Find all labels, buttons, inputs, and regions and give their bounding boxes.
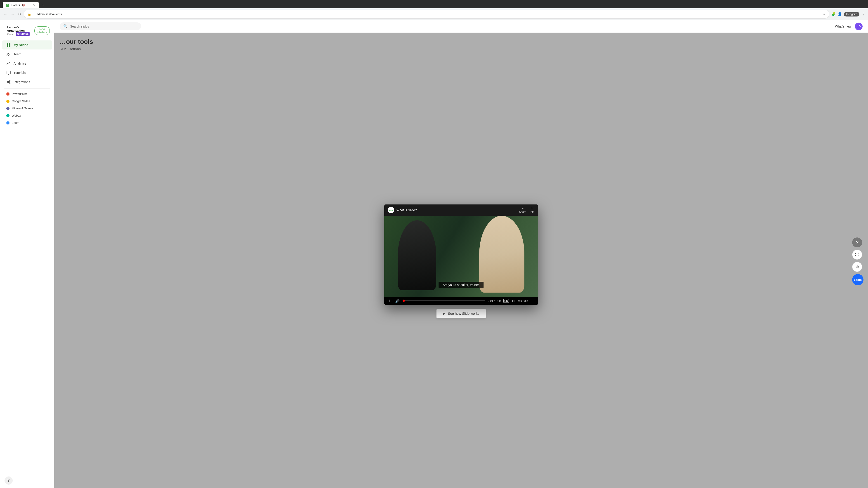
browser-chrome: S Events 🔇 ✕ + (0, 0, 868, 8)
floating-buttons: ✕ ⛶ ⊕ zoom (852, 237, 864, 285)
svg-rect-3 (9, 43, 10, 45)
sidebar-logo-area: s Lauren's organization Owner UPGRADE Ne… (0, 24, 54, 40)
my-slidos-icon (6, 43, 11, 47)
org-role-label: Owner (7, 33, 14, 35)
main-content: …our tools Run…rations. slido What is Sl… (54, 33, 868, 488)
reload-button[interactable]: ↺ (17, 11, 22, 17)
help-button[interactable]: ? (4, 477, 13, 485)
svg-point-11 (7, 82, 8, 83)
tab-favicon: S (6, 4, 9, 7)
close-video-button[interactable]: ✕ (852, 237, 862, 248)
svg-rect-8 (7, 71, 10, 74)
main-area: 🔍 What's new LD …our tools Run…rations. (54, 20, 868, 488)
address-bar: ← → ↺ 🔒 ☆ 🧩 👤 Incognito ⋮ (0, 8, 868, 20)
integration-item-google-slides[interactable]: Google Slides (2, 98, 52, 105)
integration-label: PowerPoint (12, 92, 27, 96)
see-how-button[interactable]: ▶ See how Slido works (436, 308, 486, 319)
org-info: Lauren's organization Owner UPGRADE (7, 26, 30, 36)
integration-label: Webex (12, 114, 21, 117)
video-title-area: slido What is Slido? (388, 207, 416, 213)
forward-button[interactable]: → (10, 11, 16, 17)
sidebar-item-my-slidos[interactable]: My Slidos (2, 40, 52, 50)
video-overlay: slido What is Slido? ↗ Share ℹ Info (54, 33, 868, 488)
header-actions: What's new LD (835, 23, 863, 30)
whats-new-button[interactable]: What's new (835, 25, 851, 28)
new-tab-button[interactable]: + (40, 2, 46, 8)
tab-mute-icon[interactable]: 🔇 (22, 4, 25, 6)
expand-button[interactable]: ⛶ (852, 250, 862, 260)
svg-rect-2 (7, 43, 8, 45)
settings-button[interactable]: ⚙ (511, 298, 515, 304)
extensions-icon[interactable]: 🧩 (831, 12, 836, 16)
tab-label: Events (11, 3, 20, 7)
integration-label: Google Slides (12, 99, 30, 103)
info-button[interactable]: ℹ Info (530, 207, 534, 214)
video-header: slido What is Slido? ↗ Share ℹ Info (384, 204, 538, 216)
user-avatar[interactable]: LD (855, 23, 863, 30)
sidebar-item-analytics[interactable]: Analytics (2, 59, 52, 68)
zoom-brand-button[interactable]: zoom (852, 274, 864, 285)
org-name: Lauren's organization (7, 26, 30, 32)
webex-dot (6, 114, 9, 117)
video-frame[interactable]: Are you a speaker, trainer, (384, 216, 538, 297)
see-how-label: See how Slido works (448, 312, 479, 315)
video-header-actions: ↗ Share ℹ Info (519, 207, 534, 214)
bookmark-icon[interactable]: ☆ (822, 12, 826, 16)
sidebar-navigation: My Slidos Team Analytics Tutorials (0, 40, 54, 475)
sidebar-item-integrations[interactable]: Integrations (2, 77, 52, 87)
tab-bar: S Events 🔇 ✕ + (3, 2, 865, 8)
cc-button[interactable]: CC (503, 299, 509, 303)
youtube-badge: YouTube (518, 299, 528, 302)
svg-point-13 (9, 83, 10, 84)
sidebar-item-tutorials[interactable]: Tutorials (2, 68, 52, 77)
svg-rect-4 (7, 45, 8, 47)
tab-close-button[interactable]: ✕ (33, 3, 36, 7)
org-role-row: Owner UPGRADE (7, 32, 30, 36)
microsoft-teams-dot (6, 107, 9, 110)
video-container: slido What is Slido? ↗ Share ℹ Info (384, 204, 538, 305)
integration-item-microsoft-teams[interactable]: Microsoft Teams (2, 105, 52, 112)
address-input[interactable] (33, 11, 820, 17)
zoom-dot (6, 121, 9, 125)
pause-button[interactable]: ⏸ (388, 298, 392, 303)
sidebar-item-label: Team (13, 53, 21, 56)
share-button[interactable]: ↗ Share (519, 207, 526, 214)
video-controls: ⏸ 🔊 0:01 / 1:30 CC ⚙ (384, 297, 538, 305)
move-button[interactable]: ⊕ (852, 262, 862, 272)
search-bar[interactable]: 🔍 (60, 22, 141, 30)
active-tab[interactable]: S Events 🔇 ✕ (3, 2, 39, 8)
sidebar-item-team[interactable]: Team (2, 50, 52, 59)
incognito-button[interactable]: Incognito (844, 12, 860, 17)
lock-icon: 🔒 (28, 12, 31, 16)
video-title: What is Slido? (397, 208, 416, 212)
nav-separator (4, 88, 51, 89)
progress-thumb (403, 300, 405, 302)
integration-item-webex[interactable]: Webex (2, 112, 52, 119)
upgrade-badge[interactable]: UPGRADE (16, 32, 30, 36)
analytics-icon (6, 61, 11, 66)
back-button[interactable]: ← (3, 11, 8, 17)
slido-mini-logo: slido (388, 207, 394, 213)
video-controls-right: CC ⚙ YouTube ⛶ (503, 298, 535, 304)
integration-item-zoom[interactable]: Zoom (2, 119, 52, 126)
svg-point-12 (9, 80, 10, 82)
integration-item-powerpoint[interactable]: PowerPoint (2, 90, 52, 97)
new-interface-button[interactable]: New interface (34, 26, 50, 35)
search-input[interactable] (70, 25, 137, 28)
progress-bar[interactable] (403, 300, 485, 301)
fullscreen-button[interactable]: ⛶ (530, 298, 535, 303)
sidebar-item-label: Tutorials (13, 71, 26, 74)
total-time: 1:30 (495, 299, 501, 302)
more-menu-icon[interactable]: ⋮ (861, 12, 865, 17)
integrations-icon (6, 80, 11, 84)
time-display: 0:01 / 1:30 (488, 299, 501, 302)
profile-icon[interactable]: 👤 (837, 12, 842, 16)
sidebar-item-label: Integrations (13, 80, 30, 84)
svg-rect-5 (9, 45, 10, 47)
volume-button[interactable]: 🔊 (395, 298, 400, 304)
share-icon: ↗ (522, 207, 524, 210)
svg-line-15 (8, 82, 9, 83)
svg-point-6 (7, 53, 8, 54)
person-right-silhouette (479, 216, 524, 293)
sidebar-item-label: Analytics (13, 62, 26, 65)
